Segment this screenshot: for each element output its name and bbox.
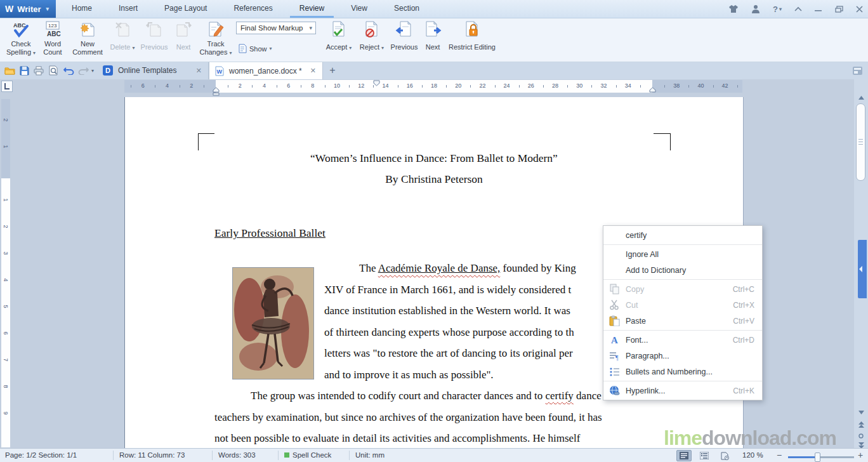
misspelled-word[interactable]: certify — [546, 390, 574, 402]
menu-item-ignore-all[interactable]: Ignore All — [603, 246, 762, 262]
ruler-number: 20 — [454, 82, 462, 89]
next-comment-button: Next — [171, 19, 195, 60]
svg-text:123: 123 — [48, 23, 57, 29]
previous-comment-icon — [138, 21, 170, 40]
cut-icon — [609, 300, 620, 310]
tab-women-dance-docx[interactable]: W women_dance.docx * ✕ — [209, 62, 323, 79]
previous-change-icon — [388, 21, 420, 40]
text-line: dance institution established in the Wes… — [324, 300, 576, 322]
quick-access-caret-icon[interactable]: ▾ — [89, 65, 96, 76]
text-line: of thirteen dancing experts whose purpos… — [324, 322, 576, 343]
menu-separator — [603, 330, 762, 331]
zoom-slider-track[interactable] — [788, 456, 854, 458]
tab-review[interactable]: Review — [286, 0, 338, 18]
check-spelling-button[interactable]: ABC CheckSpelling ▾ — [4, 19, 38, 60]
ruler-number: 8 — [3, 383, 9, 390]
ruler-tick — [519, 85, 520, 88]
word-count-button[interactable]: 123ABC WordCount — [38, 19, 67, 60]
account-icon[interactable] — [751, 4, 760, 13]
zoom-out-button[interactable]: − — [777, 449, 782, 462]
right-indent-marker[interactable] — [649, 87, 656, 93]
menu-separator — [603, 244, 762, 245]
hyperlink-icon — [609, 385, 620, 396]
ruler-tick — [713, 85, 714, 88]
ruler-tick — [422, 85, 423, 88]
menu-item-font[interactable]: A Font...Ctrl+D — [603, 332, 762, 348]
crop-mark — [654, 133, 670, 134]
tab-page-layout[interactable]: Page Layout — [151, 0, 220, 18]
bullets-icon — [609, 366, 620, 377]
outline-view-button[interactable] — [697, 450, 712, 461]
new-tab-button[interactable]: + — [326, 64, 339, 77]
tab-references[interactable]: References — [220, 0, 286, 18]
markup-view-dropdown[interactable]: Final Show Markup ▾ — [236, 22, 316, 34]
menu-item-suggestion-certify[interactable]: certify — [603, 227, 762, 243]
ruler-number: 24 — [503, 82, 511, 89]
first-line-indent-marker[interactable] — [373, 80, 380, 86]
ballet-dancer-image[interactable] — [232, 267, 314, 380]
scroll-down-button[interactable] — [854, 408, 868, 417]
spell-check-indicator[interactable]: Spell Check — [284, 449, 331, 462]
zoom-slider-handle[interactable] — [815, 452, 820, 462]
hanging-indent-marker[interactable] — [213, 87, 220, 96]
tab-online-templates[interactable]: D Online Templates ✕ — [96, 62, 209, 79]
tab-section[interactable]: Section — [381, 0, 433, 18]
scrollbar-thumb[interactable] — [856, 103, 865, 181]
open-file-icon[interactable] — [4, 65, 15, 76]
close-tab-icon[interactable]: ✕ — [190, 67, 208, 75]
tab-home[interactable]: Home — [58, 0, 105, 18]
zoom-in-button[interactable]: + — [858, 449, 863, 462]
menu-item-paragraph[interactable]: ¶ Paragraph... — [603, 348, 762, 364]
restrict-editing-button[interactable]: Restrict Editing — [445, 19, 499, 60]
new-comment-button[interactable]: NewComment — [70, 19, 105, 60]
word-count-indicator[interactable]: Words: 303 — [218, 449, 256, 462]
ribbon: ABC CheckSpelling ▾ 123ABC WordCount New… — [0, 18, 868, 62]
previous-change-button[interactable]: Previous — [388, 19, 420, 60]
ruler-tick — [180, 85, 180, 88]
close-button[interactable] — [856, 6, 863, 13]
ruler-tick — [325, 85, 326, 88]
ruler-number: 2 — [3, 116, 9, 124]
fullscreen-view-button[interactable] — [717, 450, 732, 461]
menu-item-paste[interactable]: PasteCtrl+V — [603, 313, 762, 329]
tab-view[interactable]: View — [338, 0, 381, 18]
workspace-panel-icon[interactable] — [852, 65, 863, 76]
tab-stop-selector[interactable] — [1, 81, 13, 92]
ruler-tick — [349, 85, 350, 88]
menu-item-hyperlink[interactable]: Hyperlink...Ctrl+K — [603, 383, 762, 399]
save-icon[interactable] — [18, 65, 30, 76]
ruler-tick — [737, 85, 738, 88]
menu-item-add-to-dictionary[interactable]: Add to Dictionary — [603, 262, 762, 278]
select-browse-object-button[interactable] — [854, 432, 868, 440]
reject-button[interactable]: Reject ▾ — [357, 19, 387, 60]
page-view-button[interactable] — [676, 450, 692, 461]
show-markup-button[interactable]: Show ▾ — [239, 44, 272, 53]
help-button[interactable]: ?▾ — [773, 4, 782, 14]
horizontal-ruler[interactable]: 642246810121416182022242628303234384042 — [124, 80, 742, 93]
show-markup-icon — [239, 44, 247, 53]
skin-icon[interactable] — [728, 4, 739, 13]
app-menu-button[interactable]: W Writer ▾ — [0, 0, 56, 18]
collapse-ribbon-icon[interactable] — [794, 6, 802, 11]
next-change-button[interactable]: Next — [421, 19, 444, 60]
scroll-up-button[interactable] — [854, 93, 868, 102]
tab-insert[interactable]: Insert — [105, 0, 151, 18]
previous-page-button[interactable] — [854, 420, 868, 429]
print-icon[interactable] — [33, 65, 44, 76]
undo-icon[interactable] — [63, 65, 74, 76]
writer-logo-icon: W — [5, 4, 13, 14]
menu-item-bullets-numbering[interactable]: Bullets and Numbering... — [603, 364, 762, 380]
minimize-button[interactable] — [815, 6, 822, 12]
close-tab-icon[interactable]: ✕ — [304, 67, 322, 75]
ruler-number: 8 — [309, 82, 317, 89]
restore-button[interactable] — [835, 6, 843, 13]
print-preview-icon[interactable] — [48, 65, 59, 76]
vertical-ruler[interactable]: 21123456789 — [1, 99, 10, 447]
misspelled-link-text[interactable]: Académie Royale de Danse, — [378, 262, 501, 274]
ruler-number: 22 — [478, 82, 486, 89]
track-changes-button[interactable]: TrackChanges ▾ — [198, 19, 233, 60]
sidebar-pull-tab[interactable] — [858, 240, 867, 298]
text-line: and to improve it as much as possible". — [324, 364, 576, 386]
unit-indicator: Unit: mm — [355, 449, 385, 462]
accept-button[interactable]: Accept ▾ — [324, 19, 354, 60]
